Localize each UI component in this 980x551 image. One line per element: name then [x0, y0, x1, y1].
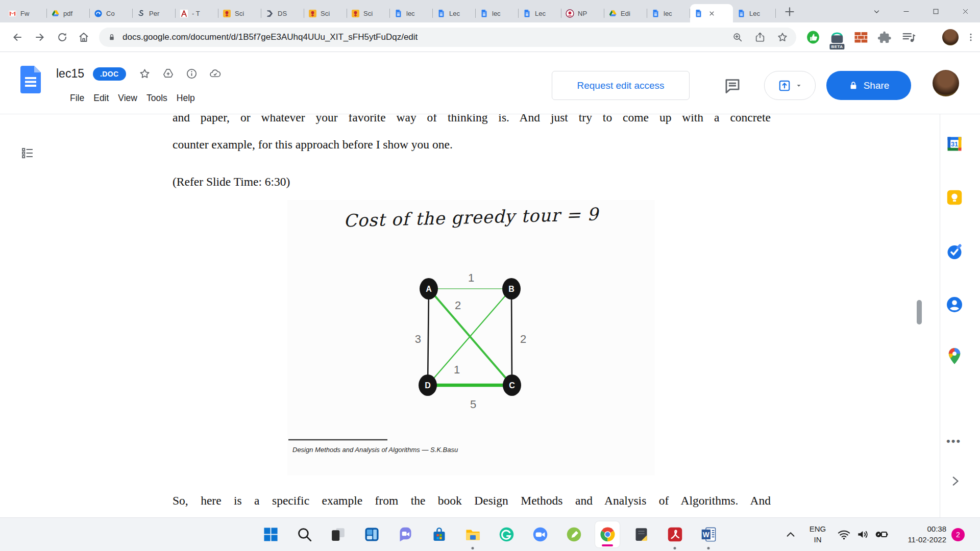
address-bar[interactable]: docs.google.com/document/d/1B5f7geE3AUhq…	[99, 28, 796, 47]
browser-tab[interactable]: Sci	[304, 4, 347, 22]
reload-button[interactable]	[56, 31, 68, 43]
browser-menu-button[interactable]	[966, 31, 976, 44]
docs-icon	[480, 9, 488, 18]
taskbar-app-word[interactable]	[692, 518, 725, 551]
browser-tab[interactable]: Per	[133, 4, 176, 22]
tab-search-button[interactable]	[862, 0, 891, 22]
maximize-button[interactable]	[921, 0, 950, 22]
side-panel-keep[interactable]	[945, 188, 964, 207]
lock-icon	[848, 81, 859, 91]
browser-tab[interactable]: Edi	[604, 4, 647, 22]
browser-profile-avatar[interactable]	[942, 29, 959, 45]
side-panel-collapse-icon[interactable]	[948, 474, 962, 488]
back-button[interactable]	[11, 31, 23, 43]
battery-saver-icon[interactable]	[875, 528, 889, 541]
notification-count-badge[interactable]: 2	[951, 528, 965, 541]
share-page-icon[interactable]	[754, 32, 766, 43]
taskbar-app-acrobat[interactable]	[658, 518, 692, 551]
wifi-icon[interactable]	[837, 528, 851, 541]
browser-tab[interactable]: Lec	[433, 4, 476, 22]
browser-tab[interactable]: Lec	[519, 4, 561, 22]
doc-title[interactable]: lec15	[56, 67, 84, 81]
menu-help[interactable]: Help	[172, 91, 200, 105]
browser-tab[interactable]: Lec	[733, 4, 776, 22]
tab-title: lec	[664, 10, 686, 17]
tab-title: lec	[406, 10, 429, 17]
cloud-saved-icon[interactable]	[209, 68, 221, 80]
doc-format-badge: .DOC	[93, 67, 126, 81]
taskbar-app-chrome[interactable]	[591, 518, 624, 551]
side-panel-contacts[interactable]	[945, 295, 964, 314]
minimize-button[interactable]	[891, 0, 921, 22]
browser-tab[interactable]: DS	[261, 4, 304, 22]
clock[interactable]: 00:38 11-02-2022	[899, 523, 946, 545]
document-outline-icon[interactable]	[20, 146, 35, 160]
browser-tab[interactable]: - T	[176, 4, 218, 22]
request-edit-access-button[interactable]: Request edit access	[552, 71, 690, 100]
taskbar-app-pencil[interactable]	[557, 518, 591, 551]
bookmark-star-icon[interactable]	[777, 32, 788, 43]
tab-close-icon[interactable]	[708, 10, 716, 17]
language-line1: ENG	[805, 523, 830, 534]
open-with-button[interactable]	[764, 71, 816, 100]
scrollbar-thumb[interactable]	[917, 300, 922, 324]
extension-grammarly[interactable]: BETA	[829, 30, 845, 45]
taskbar-app-search[interactable]	[287, 518, 321, 551]
share-button[interactable]: Share	[826, 71, 911, 100]
taskbar-app-explorer[interactable]	[456, 518, 489, 551]
home-button[interactable]	[78, 31, 90, 43]
add-shortcut-to-drive-icon[interactable]	[162, 68, 174, 80]
volume-icon[interactable]	[856, 528, 870, 541]
info-icon[interactable]	[186, 68, 198, 80]
zoom-level-icon[interactable]	[732, 32, 743, 43]
taskbar-app-store[interactable]	[422, 518, 456, 551]
new-tab-button[interactable]	[783, 5, 796, 18]
close-window-button[interactable]	[950, 0, 980, 22]
browser-tab[interactable]: Fw	[4, 4, 47, 22]
extension-thumb[interactable]	[805, 30, 821, 45]
account-avatar[interactable]	[933, 70, 959, 96]
tab-title: Edi	[621, 10, 643, 17]
browser-tab[interactable]: lec	[647, 4, 690, 22]
taskbar-app-chat[interactable]	[388, 518, 422, 551]
browser-tab-active[interactable]	[690, 4, 733, 22]
comment-history-icon[interactable]	[724, 77, 741, 94]
taskbar-app-grammarly[interactable]	[489, 518, 523, 551]
menu-tools[interactable]: Tools	[142, 91, 172, 105]
menu-edit[interactable]: Edit	[89, 91, 113, 105]
lock-icon[interactable]	[107, 33, 116, 42]
taskbar-app-taskview[interactable]	[321, 518, 355, 551]
browser-tab[interactable]: pdf	[47, 4, 90, 22]
active-app-indicator	[602, 544, 613, 546]
browser-tab[interactable]: Co	[90, 4, 133, 22]
thumb-up-icon	[805, 30, 821, 45]
taskbar-app-widgets[interactable]	[355, 518, 388, 551]
nptel-icon	[566, 9, 574, 18]
tray-expand-icon[interactable]	[785, 529, 796, 540]
media-controls[interactable]	[901, 30, 917, 45]
side-panel-calendar[interactable]	[945, 135, 964, 153]
extensions-menu[interactable]	[877, 30, 893, 45]
browser-tab[interactable]: Sci	[218, 4, 261, 22]
taskbar-app-start[interactable]	[254, 518, 287, 551]
side-panel-maps[interactable]	[945, 347, 964, 365]
taskbar-app-zoomapp[interactable]	[523, 518, 557, 551]
language-indicator[interactable]: ENG IN	[805, 523, 830, 545]
node-B-label: B	[508, 285, 514, 293]
google-docs-icon[interactable]	[20, 66, 41, 93]
side-panel-more[interactable]: •••	[946, 435, 961, 448]
taskbar-app-notes[interactable]	[624, 518, 658, 551]
browser-tab[interactable]: NP	[561, 4, 604, 22]
browser-tab[interactable]: lec	[476, 4, 519, 22]
extension-adblock[interactable]	[853, 30, 869, 45]
browser-tab[interactable]: Sci	[347, 4, 390, 22]
forward-button[interactable]	[34, 31, 46, 43]
docs-icon	[737, 9, 746, 18]
browser-tab[interactable]: lec	[390, 4, 433, 22]
star-outline-icon[interactable]	[139, 68, 151, 80]
google-side-panel: •••	[940, 114, 980, 517]
menu-view[interactable]: View	[113, 91, 142, 105]
side-panel-tasks[interactable]	[945, 242, 964, 261]
beta-badge: BETA	[829, 44, 844, 49]
menu-file[interactable]: File	[65, 91, 89, 105]
